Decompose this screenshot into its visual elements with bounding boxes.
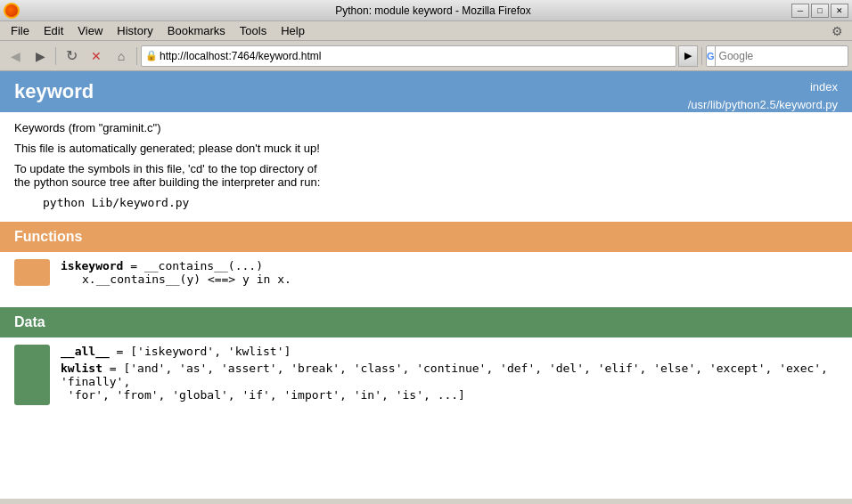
menu-bookmarks[interactable]: Bookmarks	[160, 22, 233, 39]
window-titlebar: Python: module keyword - Mozilla Firefox…	[0, 0, 852, 21]
menu-view[interactable]: View	[70, 22, 110, 39]
function-sig-rest: = __contains__(...)	[123, 259, 263, 272]
home-icon: ⌂	[118, 49, 125, 63]
data-items: __all__ = ['iskeyword', 'kwlist'] kwlist…	[61, 345, 838, 405]
docs-header: index /usr/lib/python2.5/keyword.py Modu…	[0, 71, 852, 112]
firefox-logo	[4, 3, 20, 19]
forward-icon: ▶	[36, 49, 45, 63]
toolbar: ◀ ▶ ↻ ✕ ⌂ 🔒 ▶ G ▶	[0, 41, 852, 71]
stop-button[interactable]: ✕	[85, 45, 108, 68]
stop-icon: ✕	[91, 49, 102, 63]
page-content: index /usr/lib/python2.5/keyword.py Modu…	[0, 71, 852, 499]
function-iskeyword: iskeyword = __contains__(...) x.__contai…	[61, 259, 838, 286]
doc-para-2: This file is automatically generated; pl…	[14, 142, 838, 155]
functions-section-header: Functions	[0, 222, 852, 252]
data-all: __all__ = ['iskeyword', 'kwlist']	[61, 345, 838, 358]
window-title: Python: module keyword - Mozilla Firefox	[75, 4, 791, 17]
data-all-name: __all__	[61, 345, 110, 358]
data-section-header: Data	[0, 307, 852, 337]
functions-title: Functions	[14, 229, 82, 244]
functions-section: Functions iskeyword = __contains__(...) …	[0, 222, 852, 307]
address-input[interactable]	[160, 50, 672, 62]
back-icon: ◀	[11, 49, 20, 63]
data-kwlist-value: = ['and', 'as', 'assert', 'break', 'clas…	[61, 362, 828, 402]
functions-content: iskeyword = __contains__(...) x.__contai…	[0, 252, 852, 293]
menu-edit[interactable]: Edit	[37, 22, 70, 39]
back-button[interactable]: ◀	[4, 45, 27, 68]
data-kwlist: kwlist = ['and', 'as', 'assert', 'break'…	[61, 362, 838, 402]
search-input[interactable]	[716, 50, 852, 62]
reload-button[interactable]: ↻	[60, 45, 83, 68]
data-all-value: = ['iskeyword', 'kwlist']	[110, 345, 291, 358]
forward-button[interactable]: ▶	[29, 45, 52, 68]
home-button[interactable]: ⌂	[110, 45, 133, 68]
reload-icon: ↻	[66, 47, 78, 64]
address-bar-container: 🔒 ▶	[141, 45, 698, 67]
doc-para-3: To update the symbols in this file, 'cd'…	[14, 162, 838, 189]
search-bar[interactable]: G ▶	[706, 45, 848, 67]
go-icon: ▶	[684, 50, 692, 61]
lock-icon: 🔒	[145, 50, 158, 61]
window-controls: ─ □ ✕	[791, 4, 848, 18]
toolbar-separator-2	[136, 47, 137, 65]
address-bar[interactable]: 🔒	[141, 45, 676, 67]
menubar: File Edit View History Bookmarks Tools H…	[0, 21, 852, 41]
menu-help[interactable]: Help	[274, 22, 312, 39]
source-link[interactable]: /usr/lib/python2.5/keyword.py	[688, 96, 838, 114]
data-content: __all__ = ['iskeyword', 'kwlist'] kwlist…	[0, 337, 852, 412]
google-g-icon: G	[707, 51, 715, 61]
minimize-button[interactable]: ─	[791, 4, 809, 18]
go-button[interactable]: ▶	[678, 45, 698, 67]
doc-pre-1: python Lib/keyword.py	[43, 196, 838, 209]
menu-history[interactable]: History	[110, 22, 160, 39]
close-button[interactable]: ✕	[831, 4, 848, 18]
maximize-button[interactable]: □	[811, 4, 829, 18]
function-description: x.__contains__(y) <==> y in x.	[82, 272, 838, 286]
docs-header-links: index /usr/lib/python2.5/keyword.py Modu…	[688, 78, 838, 131]
data-title: Data	[14, 314, 45, 329]
function-signature: iskeyword = __contains__(...)	[61, 259, 838, 272]
index-link[interactable]: index	[688, 78, 838, 96]
menu-file[interactable]: File	[4, 22, 37, 39]
menu-tools[interactable]: Tools	[233, 22, 274, 39]
gear-icon[interactable]: ⚙	[825, 20, 848, 43]
functions-marker	[14, 259, 50, 286]
toolbar-separator-1	[55, 47, 56, 65]
functions-padding	[0, 293, 852, 307]
toolbar-separator-3	[701, 47, 702, 65]
data-marker	[14, 345, 50, 405]
data-kwlist-name: kwlist	[61, 362, 102, 375]
module-docs-link[interactable]: Module Docs	[688, 113, 838, 131]
function-name: iskeyword	[61, 259, 123, 272]
data-section: Data __all__ = ['iskeyword', 'kwlist'] k…	[0, 307, 852, 412]
search-engine-icon[interactable]: G	[707, 45, 716, 67]
